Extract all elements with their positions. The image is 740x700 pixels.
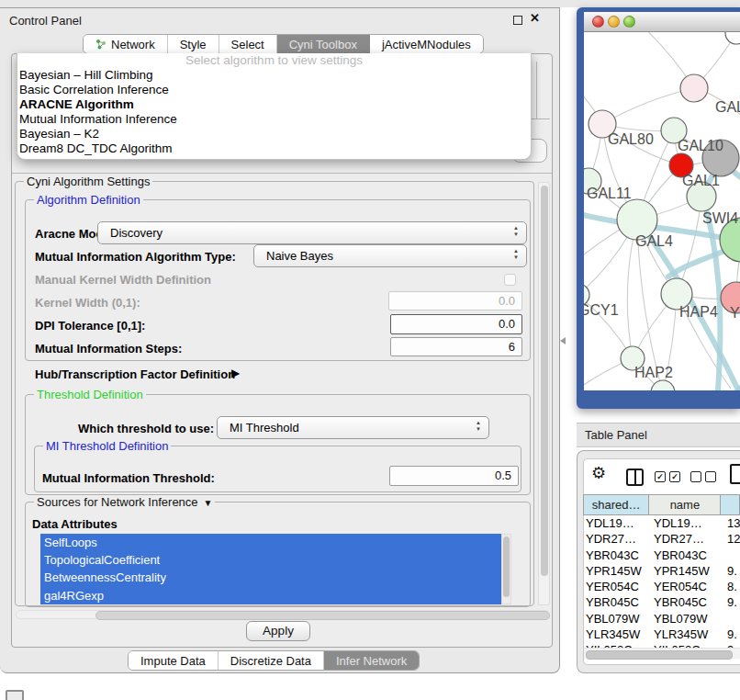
- tab-select[interactable]: Select: [219, 35, 277, 53]
- attributes-scrollbar[interactable]: [501, 534, 511, 604]
- algorithm-option[interactable]: ARACNE Algorithm: [17, 97, 531, 112]
- manual-kernel-width-label: Manual Kernel Width Definition: [35, 273, 211, 287]
- tab-label: Infer Network: [336, 654, 407, 668]
- network-view-window[interactable]: GALGAL80GAL10GAL1GAL11SWI4GAL4GCY1HAP4YH…: [577, 7, 740, 409]
- splitter-collapse-icon[interactable]: [560, 337, 566, 344]
- minimize-window-icon[interactable]: [608, 16, 620, 28]
- table-hscrollbar[interactable]: [584, 648, 740, 659]
- network-graph[interactable]: GALGAL80GAL10GAL1GAL11SWI4GAL4GCY1HAP4YH…: [584, 32, 740, 390]
- which-threshold-label: Which threshold to use:: [78, 422, 214, 435]
- table-cell: YDR27…: [650, 531, 724, 547]
- table-cell: YDR27…: [583, 531, 650, 547]
- scrollbar-thumb[interactable]: [586, 650, 733, 660]
- mi-threshold-label: Mutual Information Threshold:: [42, 471, 215, 485]
- table-panel-title: Table Panel: [585, 428, 647, 442]
- manual-kernel-width-checkbox[interactable]: [504, 274, 516, 286]
- close-panel-icon[interactable]: ✕: [530, 11, 540, 25]
- dpi-tolerance-input[interactable]: 0.0: [390, 314, 522, 334]
- table-cell: 9.: [724, 563, 740, 579]
- tab-label: Cyni Toolbox: [289, 38, 357, 51]
- scrollbar-thumb[interactable]: [95, 611, 550, 620]
- minimized-panel-button[interactable]: [6, 690, 24, 700]
- table-row[interactable]: YLR345WYLR345W9.: [583, 627, 740, 642]
- desktop-strip: [0, 0, 740, 7]
- scrollbar-thumb[interactable]: [503, 536, 510, 597]
- network-node-gal[interactable]: [680, 74, 708, 102]
- data-attribute-item[interactable]: SelfLoops: [40, 534, 501, 551]
- table-cell: 9.: [724, 627, 740, 642]
- table-row[interactable]: YBR043CYBR043C: [583, 548, 740, 563]
- table-row[interactable]: YER054CYER054C8.: [583, 579, 740, 594]
- columns-icon[interactable]: [626, 469, 644, 486]
- float-window-icon[interactable]: [513, 16, 522, 25]
- deselect-all-checkboxes-icon[interactable]: [690, 471, 716, 482]
- group-title: Sources for Network Inference▼: [34, 496, 215, 509]
- tab-discretize-data[interactable]: Discretize Data: [219, 651, 324, 670]
- network-node[interactable]: [651, 380, 675, 390]
- data-attribute-item[interactable]: gal4RGexp: [40, 587, 501, 604]
- column-header[interactable]: shared…: [583, 494, 649, 515]
- which-threshold-select[interactable]: MI Threshold ▲▼: [217, 416, 489, 439]
- zoom-window-icon[interactable]: [623, 16, 635, 28]
- table-cell: YLR345W: [650, 627, 724, 642]
- table-row[interactable]: YBL079WYBL079W: [583, 611, 740, 627]
- network-node-label: SWI4: [702, 210, 738, 226]
- gear-icon[interactable]: ⚙: [591, 463, 606, 483]
- tab-style[interactable]: Style: [168, 35, 219, 53]
- algorithm-option[interactable]: Bayesian – K2: [17, 127, 531, 141]
- tab-infer-network[interactable]: Infer Network: [324, 651, 419, 670]
- mi-steps-input[interactable]: 6: [390, 337, 522, 356]
- collapse-arrow-icon[interactable]: ▼: [204, 498, 213, 508]
- table-body[interactable]: YDL19…YDL19…13YDR27…YDR27…12YBR043CYBR04…: [583, 515, 740, 648]
- algorithm-option[interactable]: Mutual Information Inference: [17, 112, 531, 127]
- scrollbar-thumb[interactable]: [541, 186, 548, 576]
- sources-title: Sources for Network Inference: [37, 495, 198, 509]
- table-cell: YPR145W: [583, 563, 650, 579]
- table-cell: YBL079W: [583, 611, 650, 627]
- network-node[interactable]: [725, 32, 740, 44]
- apply-button[interactable]: Apply: [246, 621, 310, 641]
- tab-impute-data[interactable]: Impute Data: [129, 651, 219, 670]
- section-divider: [12, 173, 552, 174]
- mi-threshold-input[interactable]: 0.5: [389, 466, 519, 486]
- table-panel-titlebar: Table Panel: [577, 423, 740, 447]
- table-row[interactable]: YBR045CYBR045C9.: [583, 594, 740, 610]
- checked-checkbox-icon: ✓: [669, 471, 680, 482]
- tab-cyni-toolbox[interactable]: Cyni Toolbox: [277, 35, 370, 53]
- page-icon[interactable]: [730, 464, 740, 484]
- close-window-icon[interactable]: [592, 16, 604, 28]
- algorithm-option[interactable]: Dream8 DC_TDC Algorithm: [17, 141, 531, 156]
- column-header[interactable]: name: [648, 494, 721, 515]
- data-attribute-item[interactable]: BetweennessCentrality: [40, 569, 501, 586]
- algorithm-option[interactable]: Basic Correlation Inference: [17, 83, 531, 97]
- hub-definition-label: Hub/Transcription Factor Definition: [35, 367, 235, 381]
- network-icon: [95, 39, 107, 50]
- tab-jactivemnodules[interactable]: jActiveMNodules: [370, 35, 483, 53]
- data-attribute-item[interactable]: TopologicalCoefficient: [40, 551, 501, 569]
- table-cell: YBR043C: [650, 548, 724, 563]
- unchecked-checkbox-icon: [705, 471, 716, 482]
- table-cell: YLR345W: [583, 627, 650, 642]
- table-row[interactable]: YDR27…YDR27…12: [583, 531, 740, 547]
- expand-arrow-icon[interactable]: ▶: [231, 367, 240, 379]
- table-cell: YBR043C: [583, 548, 650, 563]
- data-attributes-list[interactable]: SelfLoopsTopologicalCoefficientBetweenne…: [40, 534, 501, 604]
- network-window-titlebar[interactable]: [584, 12, 740, 32]
- aracne-mode-select[interactable]: Discovery ▲▼: [97, 221, 527, 244]
- kernel-width-label: Kernel Width (0,1):: [35, 296, 140, 310]
- mi-algorithm-type-value: Naive Bayes: [266, 245, 333, 266]
- kernel-width-input[interactable]: 0.0: [388, 291, 522, 310]
- table-row[interactable]: YPR145WYPR145W9.: [583, 563, 740, 579]
- mi-steps-label: Mutual Information Steps:: [35, 342, 182, 356]
- network-canvas[interactable]: GALGAL80GAL10GAL1GAL11SWI4GAL4GCY1HAP4YH…: [584, 32, 740, 390]
- tab-network[interactable]: Network: [84, 35, 168, 53]
- select-all-checkboxes-icon[interactable]: ✓ ✓: [655, 471, 680, 482]
- algorithm-option[interactable]: Bayesian – Hill Climbing: [17, 68, 531, 83]
- settings-hscrollbar[interactable]: [16, 610, 549, 619]
- table-cell: [724, 611, 740, 627]
- mi-algorithm-type-select[interactable]: Naive Bayes ▲▼: [253, 244, 527, 267]
- algorithm-dropdown-prompt: Select algorithm to view settings: [17, 54, 531, 68]
- column-header[interactable]: [720, 494, 740, 515]
- settings-scrollbar[interactable]: [538, 182, 550, 605]
- table-row[interactable]: YDL19…YDL19…13: [583, 515, 740, 531]
